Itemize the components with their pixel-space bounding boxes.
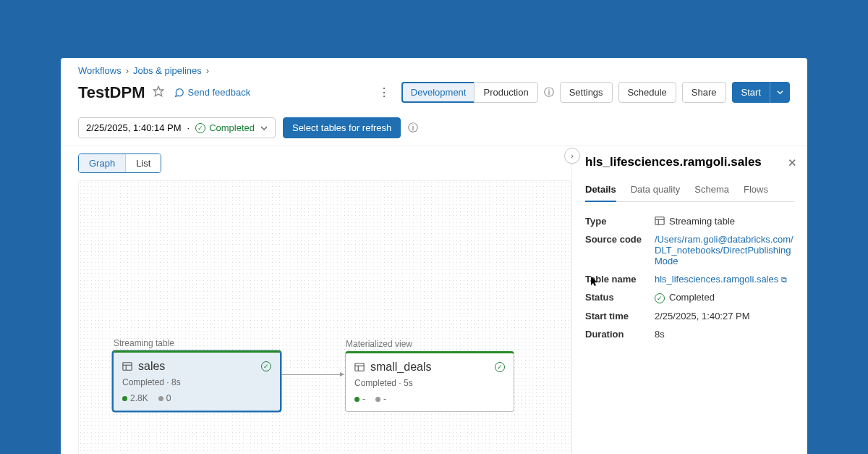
start-button[interactable]: Start xyxy=(732,82,770,103)
node-status: Completed · 5s xyxy=(354,378,505,388)
breadcrumb: Workflows › Jobs & pipelines › xyxy=(61,58,807,79)
detail-value-type: Streaming table xyxy=(655,216,735,227)
share-button[interactable]: Share xyxy=(682,82,726,103)
node-small-deals[interactable]: Materialized view small_deals ✓ Complete… xyxy=(345,351,514,412)
node-type-label: Materialized view xyxy=(346,339,412,349)
table-icon xyxy=(122,361,132,371)
svg-marker-0 xyxy=(153,86,163,96)
collapse-panel-button[interactable]: › xyxy=(564,148,580,164)
view-toggle: Graph List xyxy=(78,154,161,173)
breadcrumb-jobs[interactable]: Jobs & pipelines xyxy=(133,65,202,76)
breadcrumb-separator: › xyxy=(126,65,129,76)
check-circle-icon: ✓ xyxy=(195,123,205,133)
tab-schema[interactable]: Schema xyxy=(694,180,729,201)
development-tab[interactable]: Development xyxy=(401,82,475,103)
select-tables-button[interactable]: Select tables for refresh xyxy=(283,117,401,138)
schedule-button[interactable]: Schedule xyxy=(618,82,676,103)
graph-canvas[interactable]: Streaming table sales ✓ Completed · 8s 2… xyxy=(78,180,571,454)
node-type-label: Streaming table xyxy=(114,338,174,348)
detail-key-start-time: Start time xyxy=(585,311,655,321)
detail-value-duration: 8s xyxy=(655,329,665,340)
detail-key-duration: Duration xyxy=(585,329,655,340)
favorite-star-icon[interactable] xyxy=(153,85,164,100)
external-link-icon: ⧉ xyxy=(781,275,787,284)
detail-value-start-time: 2/25/2025, 1:40:27 PM xyxy=(655,311,750,321)
source-code-link[interactable]: /Users/ram.goli@databricks.com/DLT_noteb… xyxy=(655,234,793,266)
node-status: Completed · 8s xyxy=(122,377,271,387)
node-title: sales xyxy=(138,360,165,373)
info-icon[interactable]: ⓘ xyxy=(544,86,554,99)
list-view-tab[interactable]: List xyxy=(125,154,161,172)
node-metrics: 2.8K 0 xyxy=(122,393,271,403)
graph-edge xyxy=(281,374,344,375)
env-toggle: Development Production xyxy=(401,82,538,103)
details-panel: › ✕ hls_lifesciences.ramgoli.sales Detai… xyxy=(571,146,807,454)
metric-dot-green xyxy=(354,397,359,402)
node-title: small_deals xyxy=(370,361,431,374)
chevron-down-icon xyxy=(260,125,268,132)
settings-button[interactable]: Settings xyxy=(560,82,613,103)
page-title: TestDPM xyxy=(78,83,145,102)
run-selector[interactable]: 2/25/2025, 1:40:14 PM · ✓ Completed xyxy=(78,117,276,138)
svg-rect-7 xyxy=(655,217,664,225)
start-dropdown-button[interactable] xyxy=(770,82,790,103)
panel-title: hls_lifesciences.ramgoli.sales xyxy=(585,155,794,169)
tab-data-quality[interactable]: Data quality xyxy=(631,180,681,201)
production-tab[interactable]: Production xyxy=(474,82,537,103)
graph-view-tab[interactable]: Graph xyxy=(79,154,125,172)
breadcrumb-separator: › xyxy=(206,65,209,76)
check-circle-icon: ✓ xyxy=(261,361,271,371)
breadcrumb-workflows[interactable]: Workflows xyxy=(78,65,122,76)
check-circle-icon: ✓ xyxy=(495,362,505,372)
svg-rect-4 xyxy=(355,363,364,371)
close-icon[interactable]: ✕ xyxy=(788,156,797,169)
check-circle-icon: ✓ xyxy=(655,293,665,303)
metric-dot-gray xyxy=(158,396,163,401)
more-menu-icon[interactable]: ⋮ xyxy=(373,83,396,102)
table-name-link[interactable]: hls_lifesciences.ramgoli.sales⧉ xyxy=(655,274,787,285)
tab-flows[interactable]: Flows xyxy=(744,180,768,201)
node-sales[interactable]: Streaming table sales ✓ Completed · 8s 2… xyxy=(112,350,281,412)
detail-key-status: Status xyxy=(585,292,655,303)
metric-dot-gray xyxy=(375,397,380,402)
svg-rect-1 xyxy=(123,363,132,371)
cursor-icon xyxy=(591,277,600,289)
chevron-down-icon xyxy=(777,89,783,96)
tab-details[interactable]: Details xyxy=(585,180,616,202)
metric-dot-green xyxy=(122,396,127,401)
detail-value-status: ✓Completed xyxy=(655,292,715,303)
run-timestamp: 2/25/2025, 1:40:14 PM xyxy=(86,122,182,133)
send-feedback-link[interactable]: Send feedback xyxy=(174,87,251,98)
info-icon[interactable]: ⓘ xyxy=(408,122,418,135)
table-icon xyxy=(655,216,665,226)
run-status-badge: ✓ Completed xyxy=(195,122,255,133)
chat-icon xyxy=(174,88,184,98)
detail-key-type: Type xyxy=(585,216,655,227)
table-icon xyxy=(354,362,365,372)
detail-key-source: Source code xyxy=(585,234,655,266)
node-metrics: - - xyxy=(354,394,505,404)
